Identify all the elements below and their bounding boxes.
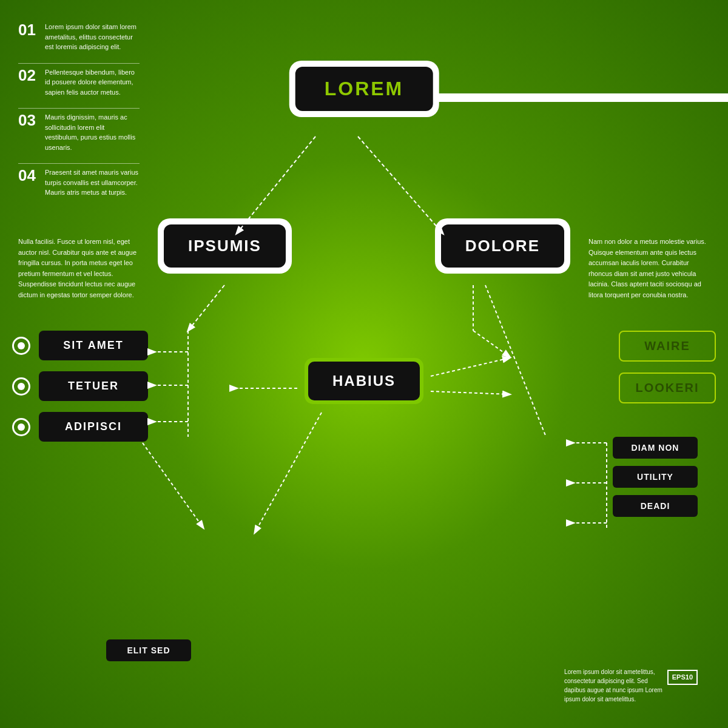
bottom-right-area: Lorem ipsum dolor sit ametelittus, conse…	[564, 667, 698, 704]
utility-box: UTILITY	[613, 466, 698, 488]
svg-line-11	[473, 331, 510, 357]
right-body-text: Nam non dolor a metus molestie varius. Q…	[588, 237, 710, 301]
circle-icon-1	[12, 337, 30, 355]
svg-line-18	[255, 413, 322, 533]
ipsumis-box-wrap: IPSUMIS	[158, 218, 292, 274]
left-body-text: Nulla facilisi. Fusce ut lorem nisl, ege…	[18, 237, 140, 301]
circle-icon-3	[12, 418, 30, 436]
dolore-box-wrap: DOLORE	[435, 218, 570, 274]
num-item-3: 03 Mauris dignissim, mauris ac sollicitu…	[18, 108, 140, 152]
adipisci-box: ADIPISCI	[39, 412, 148, 442]
num-item-2: 02 Pellentesque bibendum, libero id posu…	[18, 63, 140, 98]
elit-sed-label: ELIT SED	[106, 639, 191, 661]
right-top-items-group: WAIRE LOOKERI	[619, 331, 716, 403]
num-item-1: 01 Lorem ipsum dolor sitam lorem ametali…	[18, 18, 140, 52]
num-text-1: Lorem ipsum dolor sitam lorem ametalitus…	[45, 22, 140, 52]
bottom-right-text: Lorem ipsum dolor sit ametelittus, conse…	[564, 667, 664, 704]
lorem-box-outer: LOREM	[289, 61, 439, 117]
right-bottom-items-group: DIAM NON UTILITY DEADI	[613, 437, 698, 517]
num-text-2: Pellentesque bibendum, libero id posuere…	[45, 67, 140, 98]
num-label-3: 03	[18, 112, 39, 152]
svg-line-12	[485, 285, 546, 437]
habius-box: HABIUS	[308, 362, 420, 400]
num-text-4: Praesent sit amet mauris varius turpis c…	[45, 167, 140, 198]
dolore-box-outer: DOLORE	[435, 218, 570, 274]
circle-icon-2	[12, 377, 30, 396]
lookeri-box: LOOKERI	[619, 372, 716, 403]
circle-inner-1	[18, 342, 25, 349]
lorem-box: LOREM	[295, 67, 433, 111]
eps-badge: EPS10	[667, 670, 698, 685]
num-label-2: 02	[18, 67, 39, 98]
waire-box: WAIRE	[619, 331, 716, 362]
adipisci-row: ADIPISCI	[12, 412, 148, 442]
svg-line-1	[358, 136, 443, 234]
num-label-1: 01	[18, 22, 39, 52]
svg-line-17	[143, 443, 203, 528]
dolore-box: DOLORE	[441, 224, 564, 268]
circle-inner-3	[18, 423, 25, 431]
sit-amet-row: SIT AMET	[12, 331, 148, 360]
diam-non-box: DIAM NON	[613, 437, 698, 459]
num-label-4: 04	[18, 167, 39, 198]
tetuer-row: TETUER	[12, 371, 148, 401]
svg-line-8	[431, 358, 510, 376]
top-white-bar	[400, 93, 728, 102]
lorem-box-wrap: LOREM	[289, 61, 439, 117]
deadi-box: DEADI	[613, 495, 698, 517]
habius-box-wrap: HABIUS	[305, 358, 423, 404]
circle-inner-2	[18, 383, 25, 390]
svg-line-9	[431, 391, 510, 394]
left-items-group: SIT AMET TETUER ADIPISCI	[12, 331, 148, 442]
ipsumis-box-outer: IPSUMIS	[158, 218, 292, 274]
svg-line-2	[188, 285, 224, 331]
num-text-3: Mauris dignissim, mauris ac sollicitudin…	[45, 112, 140, 152]
tetuer-box: TETUER	[39, 371, 148, 401]
sit-amet-box: SIT AMET	[39, 331, 148, 360]
elit-sed-box: ELIT SED	[106, 639, 191, 661]
num-item-4: 04 Praesent sit amet mauris varius turpi…	[18, 163, 140, 198]
habius-box-outer: HABIUS	[305, 358, 423, 404]
ipsumis-box: IPSUMIS	[164, 224, 286, 268]
numbered-list: 01 Lorem ipsum dolor sitam lorem ametali…	[18, 18, 140, 209]
